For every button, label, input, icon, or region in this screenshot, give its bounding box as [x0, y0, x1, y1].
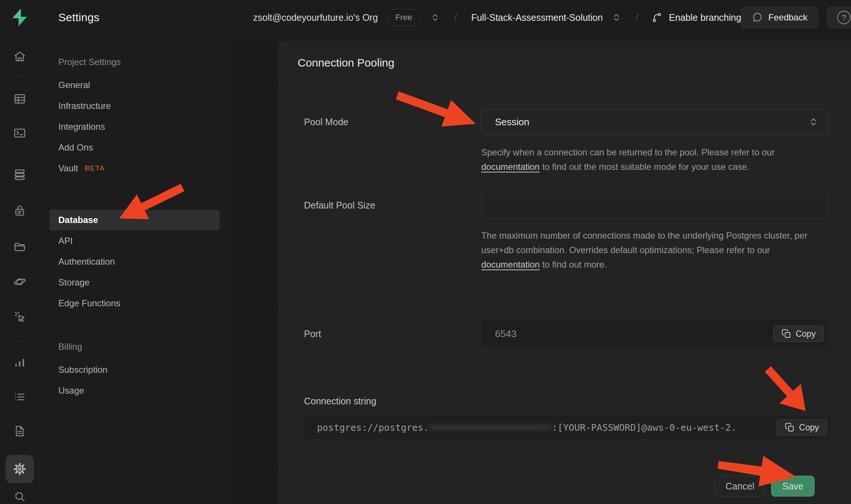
cancel-button[interactable]: Cancel — [714, 476, 766, 497]
connection-string-value: postgres://postgres.••••••••••••••••••••… — [317, 422, 737, 433]
sidebar-item-usage[interactable]: Usage — [49, 380, 220, 401]
sidebar-item-subscription[interactable]: Subscription — [49, 359, 220, 380]
help-button[interactable]: ? Help — [827, 7, 851, 28]
sidebar-item-vault[interactable]: Vault BETA — [49, 158, 220, 179]
sidebar-item-integrations[interactable]: Integrations — [49, 116, 220, 137]
sidebar-item-edge-functions[interactable]: Edge Functions — [49, 293, 220, 314]
sidebar-item-api[interactable]: API — [49, 230, 220, 251]
nav-section-billing: Billing — [49, 336, 220, 357]
panel-footer: Cancel Save — [279, 467, 851, 504]
default-pool-size-label: Default Pool Size — [304, 192, 481, 219]
sidebar-item-add-ons[interactable]: Add Ons — [49, 137, 220, 158]
feedback-button[interactable]: Feedback — [741, 7, 818, 28]
edge-functions-icon[interactable] — [13, 275, 26, 288]
port-label: Port — [304, 319, 481, 348]
copy-icon — [782, 329, 791, 339]
save-button[interactable]: Save — [771, 476, 815, 497]
nav-divider — [40, 325, 230, 325]
pool-mode-value: Session — [495, 116, 530, 128]
chat-bubble-icon — [752, 12, 763, 23]
connection-pooling-panel: Connection Pooling Pool Mode Session Spe… — [279, 41, 851, 504]
settings-icon — [13, 462, 27, 476]
nav-section-project-settings: Project Settings — [49, 52, 220, 72]
git-branch-icon — [652, 12, 663, 23]
supabase-logo[interactable] — [10, 7, 29, 28]
pool-mode-row: Pool Mode Session Specify when a connect… — [304, 109, 831, 174]
pool-mode-description: Specify when a connection can be returne… — [481, 145, 829, 174]
page-title: Settings — [58, 11, 100, 24]
sidebar-item-general[interactable]: General — [49, 75, 220, 96]
rail-divider — [13, 154, 27, 154]
default-pool-size-input[interactable] — [481, 192, 829, 219]
table-editor-icon[interactable] — [13, 92, 26, 106]
port-field: 6543 Copy — [481, 319, 829, 348]
enable-branching-button[interactable]: Enable branching — [652, 12, 741, 23]
sidebar-item-authentication[interactable]: Authentication — [49, 251, 220, 272]
rail-divider — [13, 341, 27, 342]
sql-editor-icon[interactable] — [13, 126, 26, 140]
documentation-link[interactable]: documentation — [481, 259, 540, 269]
auth-icon[interactable] — [13, 204, 26, 217]
settings-nav: Project Settings General Infrastructure … — [40, 35, 230, 401]
port-copy-button[interactable]: Copy — [773, 326, 824, 342]
plan-badge: Free — [386, 9, 421, 26]
rail-active-highlight[interactable] — [6, 455, 34, 483]
storage-icon[interactable] — [13, 240, 26, 253]
default-pool-size-description: The maximum number of connections made t… — [481, 228, 829, 272]
documentation-link[interactable]: documentation — [481, 162, 540, 172]
copy-icon — [785, 423, 795, 432]
connection-string-section: Connection string postgres://postgres.••… — [304, 396, 831, 440]
database-icon[interactable] — [13, 168, 26, 181]
sidebar-item-database[interactable]: Database — [49, 210, 220, 230]
question-mark-icon: ? — [837, 11, 851, 24]
pool-mode-label: Pool Mode — [304, 109, 481, 135]
panel-header: Connection Pooling — [279, 42, 851, 84]
port-value: 6543 — [495, 328, 517, 340]
breadcrumb-separator: / — [454, 12, 457, 23]
port-row: Port 6543 Copy — [304, 319, 831, 348]
org-breadcrumb[interactable]: zsolt@codeyourfuture.io's Org — [253, 12, 378, 23]
project-breadcrumb[interactable]: Full-Stack-Assessment-Solution — [471, 12, 603, 23]
nav-divider — [40, 190, 230, 190]
sidebar-header: Settings — [40, 0, 230, 35]
search-icon[interactable] — [13, 490, 26, 503]
default-pool-size-row: Default Pool Size The maximum number of … — [304, 192, 831, 272]
rail-divider — [13, 76, 27, 76]
sidebar-item-storage[interactable]: Storage — [49, 272, 220, 293]
breadcrumb-separator: / — [635, 12, 638, 23]
reports-icon[interactable] — [13, 356, 26, 369]
sidebar-item-infrastructure[interactable]: Infrastructure — [49, 96, 220, 116]
pool-mode-select[interactable]: Session — [481, 109, 829, 135]
connection-string-label: Connection string — [304, 396, 831, 407]
api-docs-icon[interactable] — [13, 424, 26, 438]
project-switcher-chevron-icon[interactable] — [612, 13, 621, 22]
connection-string-field: postgres://postgres.••••••••••••••••••••… — [304, 415, 831, 440]
top-bar: zsolt@codeyourfuture.io's Org Free / Ful… — [231, 0, 851, 35]
home-icon[interactable] — [13, 50, 26, 63]
panel-title: Connection Pooling — [298, 56, 394, 69]
realtime-icon[interactable] — [13, 310, 26, 323]
connection-string-copy-button[interactable]: Copy — [777, 419, 827, 436]
icon-rail — [0, 0, 40, 504]
org-switcher-chevron-icon[interactable] — [430, 13, 440, 22]
redacted-project-ref: •••••••••••••••••••••• — [429, 422, 552, 433]
logs-icon[interactable] — [13, 390, 26, 404]
section-divider — [279, 305, 851, 306]
select-chevron-icon — [808, 117, 819, 127]
settings-sidebar: Settings Project Settings General Infras… — [40, 0, 230, 504]
beta-badge: BETA — [85, 164, 105, 172]
